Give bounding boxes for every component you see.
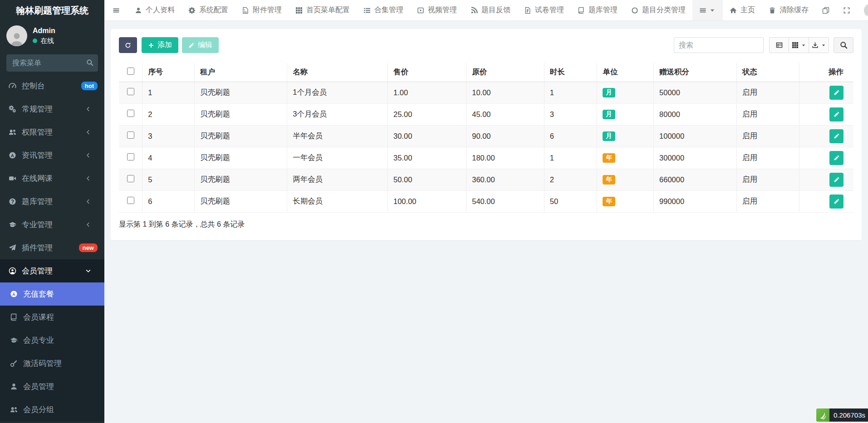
sidebar-subitem-label: 会员分组 [23,404,98,415]
sidebar-item-label: 常规管理 [22,104,83,114]
nav-item-label: 题目反馈 [481,5,510,15]
table-row[interactable]: 5贝壳刷题两年会员50.00360.002年660000启用 [119,169,853,190]
nav-item-10[interactable]: 题目分类管理 [624,0,692,20]
column-header[interactable]: 租户 [195,63,287,82]
row-edit-button[interactable] [829,194,843,209]
sidebar-search-input[interactable] [6,54,98,72]
row-edit-button[interactable] [829,151,843,165]
file-image-icon [242,7,249,14]
row-checkbox[interactable] [127,110,134,117]
fullscreen-button[interactable] [836,0,857,20]
nav-item-label: 个人资料 [146,5,175,15]
sidebar-subitem-3[interactable]: 会员专业 [0,329,104,352]
caret-down-icon [821,43,826,48]
sidebar-search [6,54,98,72]
cell-original-price: 360.00 [466,169,544,190]
refresh-button[interactable] [119,37,137,53]
column-header[interactable]: 状态 [737,63,799,82]
cell-price: 1.00 [388,82,466,103]
sidebar-item-5[interactable]: 在线网课 [0,167,104,190]
row-edit-button[interactable] [829,86,843,100]
column-header[interactable]: 时长 [544,63,597,82]
plus-icon [148,42,154,49]
sidebar-subitem-2[interactable]: 会员课程 [0,306,104,329]
sidebar-item-2[interactable]: 常规管理 [0,97,104,121]
home-icon [730,7,737,14]
row-checkbox[interactable] [127,131,134,139]
row-checkbox[interactable] [127,153,134,160]
nav-item-6[interactable]: 视频管理 [410,0,464,20]
column-header[interactable]: 单位 [597,63,654,82]
cell-price: 50.00 [388,169,466,190]
table-row[interactable]: 4贝壳刷题一年会员35.00180.001年300000启用 [119,147,853,169]
sidebar-item-9[interactable]: 会员管理 [0,259,104,282]
avatar [864,4,868,17]
column-header[interactable]: 操作 [799,63,853,82]
sidebar-collapse-button[interactable] [104,0,128,20]
cell-duration: 1 [544,82,597,103]
nav-item-2[interactable]: 系统配置 [181,0,235,20]
sidebar-item-4[interactable]: 资讯管理 [0,144,104,167]
user-menu[interactable]: Admin [857,0,868,20]
cell-price: 35.00 [388,147,466,169]
table-search-input[interactable] [674,37,764,53]
select-all-checkbox[interactable] [127,68,134,75]
question-circle-icon [7,198,18,205]
cell-name: 1个月会员 [287,82,388,103]
table-row[interactable]: 2贝壳刷题3个月会员25.0045.003月80000启用 [119,103,853,125]
nav-item-4[interactable]: 首页菜单配置 [289,0,357,20]
cell-name: 半年会员 [287,125,388,147]
sidebar-item-3[interactable]: 权限管理 [0,121,104,144]
row-checkbox[interactable] [127,88,134,95]
column-header[interactable]: 名称 [287,63,388,82]
nav-item-label: 题目分类管理 [642,5,686,15]
table-row[interactable]: 6贝壳刷题长期会员100.00540.0050年990000启用 [119,190,853,212]
trash-icon [769,7,776,14]
column-header[interactable]: 赠送积分 [654,63,737,82]
nav-item-7[interactable]: 题目反馈 [464,0,517,20]
pencil-icon [834,155,840,161]
nav-item-9[interactable]: 题库管理 [571,0,624,20]
row-checkbox[interactable] [127,197,134,204]
row-edit-button[interactable] [829,173,843,187]
sidebar-item-label: 资讯管理 [22,150,83,160]
search-button[interactable] [834,37,853,53]
columns-dropdown-button[interactable] [789,37,809,53]
column-header[interactable]: 原价 [466,63,544,82]
sidebar-item-8[interactable]: 插件管理new [0,236,104,259]
row-edit-button[interactable] [829,129,843,143]
circle-a-icon [8,290,19,298]
menu-list-dropdown-button[interactable] [692,0,723,20]
sidebar-item-1[interactable]: 控制台hot [0,74,104,97]
sidebar-subitem-1[interactable]: 充值套餐 [0,282,104,306]
paste-button[interactable] [815,0,836,20]
sidebar-subitem-6[interactable]: 会员分组 [0,398,104,421]
row-edit-button[interactable] [829,107,843,122]
sidebar-item-6[interactable]: 题库管理 [0,190,104,213]
cell-status: 启用 [737,190,799,212]
nav-item-3[interactable]: 附件管理 [235,0,289,20]
row-checkbox[interactable] [127,175,134,182]
nav-item-5[interactable]: 合集管理 [357,0,410,20]
home-button[interactable]: 主页 [723,0,762,20]
sidebar-item-7[interactable]: 专业管理 [0,213,104,236]
users-icon [7,128,18,136]
paste-icon [822,7,829,14]
clear-cache-button[interactable]: 清除缓存 [762,0,815,20]
add-button[interactable]: 添加 [142,37,178,53]
column-header[interactable]: 序号 [142,63,195,82]
cell-duration: 1 [544,147,597,169]
nav-item-1[interactable]: 个人资料 [128,0,181,20]
detail-view-button[interactable] [769,37,789,53]
page-performance-badge: 0.206703s [816,408,868,422]
export-dropdown-button[interactable] [809,37,829,53]
table-row[interactable]: 3贝壳刷题半年会员30.0090.006月100000启用 [119,125,853,147]
sidebar-subitem-4[interactable]: 激活码管理 [0,352,104,375]
column-header[interactable]: 售价 [388,63,466,82]
top-navbar: 个人资料系统配置附件管理首页菜单配置合集管理视频管理题目反馈试卷管理题库管理题目… [104,0,868,21]
nav-item-8[interactable]: 试卷管理 [517,0,571,20]
cell-original-price: 10.00 [466,82,544,103]
edit-button[interactable]: 编辑 [182,37,219,53]
sidebar-subitem-5[interactable]: 会员管理 [0,375,104,398]
table-row[interactable]: 1贝壳刷题1个月会员1.0010.001月50000启用 [119,82,853,103]
